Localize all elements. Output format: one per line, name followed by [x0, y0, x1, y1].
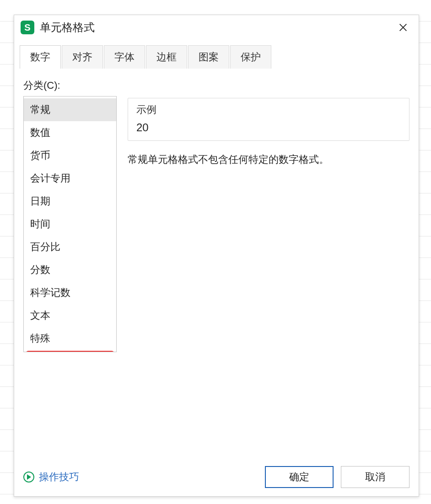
ok-button[interactable]: 确定 — [265, 466, 334, 488]
category-item-accounting[interactable]: 会计专用 — [24, 167, 116, 190]
category-item-date[interactable]: 日期 — [24, 190, 116, 213]
category-item-scientific[interactable]: 科学记数 — [24, 281, 116, 304]
app-icon: S — [21, 21, 34, 34]
right-column: 示例 20 常规单元格格式不包含任何特定的数字格式。 — [128, 96, 409, 352]
category-item-fraction[interactable]: 分数 — [24, 258, 116, 281]
tab-align[interactable]: 对齐 — [62, 45, 103, 69]
svg-marker-2 — [27, 474, 31, 480]
dialog-title: 单元格格式 — [40, 20, 95, 35]
category-item-number[interactable]: 数值 — [24, 121, 116, 144]
cell-format-dialog: S 单元格格式 数字 对齐 字体 边框 图案 保护 分类(C): 常规 数值 货… — [14, 15, 419, 497]
example-box: 示例 20 — [128, 98, 409, 141]
cancel-button[interactable]: 取消 — [341, 466, 409, 488]
category-description: 常规单元格格式不包含任何特定的数字格式。 — [128, 152, 409, 167]
tab-font[interactable]: 字体 — [104, 45, 145, 69]
category-item-general[interactable]: 常规 — [24, 98, 116, 121]
category-item-percent[interactable]: 百分比 — [24, 236, 116, 258]
category-item-special[interactable]: 特殊 — [24, 327, 116, 350]
category-item-text[interactable]: 文本 — [24, 304, 116, 327]
close-button[interactable] — [394, 18, 412, 37]
dialog-body: 分类(C): 常规 数值 货币 会计专用 日期 时间 百分比 分数 科学记数 文… — [14, 69, 419, 352]
tab-bar: 数字 对齐 字体 边框 图案 保护 — [14, 40, 419, 69]
tab-protect[interactable]: 保护 — [230, 45, 271, 69]
dialog-footer: 操作技巧 确定 取消 — [23, 466, 409, 488]
close-icon — [398, 22, 408, 32]
tab-pattern[interactable]: 图案 — [188, 45, 229, 69]
tips-label: 操作技巧 — [39, 470, 79, 484]
category-item-time[interactable]: 时间 — [24, 213, 116, 236]
tab-number[interactable]: 数字 — [20, 45, 61, 69]
example-title: 示例 — [136, 103, 401, 117]
titlebar: S 单元格格式 — [14, 15, 419, 40]
example-value: 20 — [136, 121, 401, 134]
category-list[interactable]: 常规 数值 货币 会计专用 日期 时间 百分比 分数 科学记数 文本 特殊 自定… — [23, 96, 117, 352]
category-item-custom[interactable]: 自定义 — [26, 351, 114, 352]
category-label: 分类(C): — [23, 79, 409, 92]
play-icon — [23, 472, 34, 483]
tips-link[interactable]: 操作技巧 — [23, 470, 79, 484]
category-item-currency[interactable]: 货币 — [24, 144, 116, 167]
tab-border[interactable]: 边框 — [146, 45, 187, 69]
